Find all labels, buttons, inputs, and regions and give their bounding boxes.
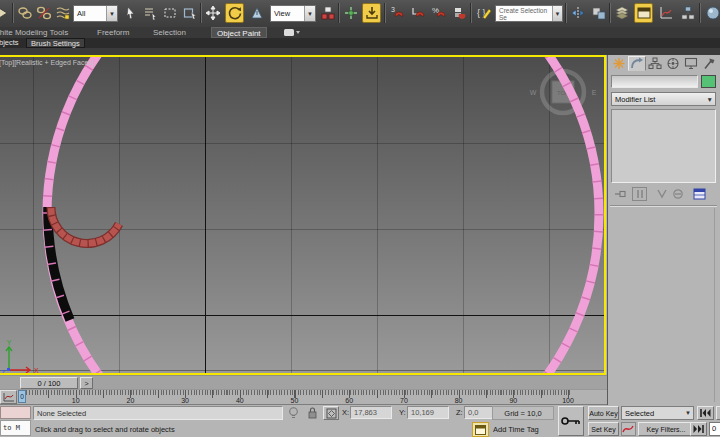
configure-modifier-sets-button[interactable] xyxy=(692,187,707,201)
tab-create[interactable] xyxy=(610,56,628,71)
go-to-end-button[interactable] xyxy=(690,422,707,436)
go-to-end-icon xyxy=(693,425,704,433)
tab-selection[interactable]: Selection xyxy=(153,27,186,38)
angle-snap-button[interactable] xyxy=(408,3,427,23)
use-pivot-point-center-button[interactable] xyxy=(318,3,337,23)
partial-arrow-icon xyxy=(0,5,11,21)
make-unique-icon xyxy=(656,188,668,200)
absolute-offset-mode-toggle[interactable] xyxy=(323,406,339,420)
toolbar-separator xyxy=(565,3,567,23)
schematic-view-button[interactable] xyxy=(678,3,697,23)
y-coordinate-field[interactable]: 10,169 xyxy=(407,406,449,419)
clipped-toolbar-icon[interactable] xyxy=(0,3,12,23)
trackbar-frame-marker[interactable]: 0 xyxy=(18,390,26,403)
keyboard-shortcut-override-button[interactable] xyxy=(362,3,381,23)
maxscript-listener-pane[interactable]: to M xyxy=(0,420,31,436)
chevron-down-icon: ▼ xyxy=(707,96,713,103)
tab-hierarchy[interactable] xyxy=(646,56,664,71)
scale-icon xyxy=(249,5,265,21)
make-unique-button[interactable] xyxy=(654,187,669,201)
trackbar-frame-label: 80 xyxy=(455,397,463,404)
viewport-top[interactable]: TOP W E Y X Z [+][Top][Rea xyxy=(0,55,606,375)
previous-frame-button[interactable] xyxy=(716,406,720,420)
align-button[interactable] xyxy=(589,3,608,23)
bind-to-space-warp-button[interactable] xyxy=(53,3,72,23)
set-key-button[interactable]: Set Key xyxy=(588,422,619,436)
tab-utilities[interactable] xyxy=(700,56,718,71)
tab-object-paint[interactable]: Object Paint xyxy=(211,27,267,38)
panel-paint-objects[interactable]: Paint Objects xyxy=(0,38,19,48)
ribbon-toggle-button[interactable] xyxy=(634,3,653,23)
dashed-rect-icon xyxy=(162,5,178,21)
material-editor-button[interactable] xyxy=(703,3,720,23)
time-tag-toggle-button[interactable] xyxy=(472,422,489,437)
reference-coordinate-system-dropdown[interactable]: View ▼ xyxy=(270,5,316,22)
rectangular-selection-region-button[interactable] xyxy=(160,3,179,23)
ribbon-config-icon[interactable] xyxy=(284,29,300,38)
unlink-selection-button[interactable] xyxy=(34,3,53,23)
grid-setting-display: Grid = 10,0 xyxy=(492,406,554,420)
tab-graphite-modeling-tools[interactable]: Graphite Modeling Tools xyxy=(0,27,68,38)
link-icon xyxy=(17,5,33,21)
object-color-swatch[interactable] xyxy=(701,75,716,88)
status-bar: to M None Selected X: 17,863 Y: 10,169 Z… xyxy=(0,405,720,437)
panel-scroll-edge xyxy=(714,208,715,402)
select-by-name-button[interactable] xyxy=(140,3,159,23)
select-and-link-button[interactable] xyxy=(15,3,34,23)
tangent-curve-icon xyxy=(621,422,636,436)
next-frame-button[interactable]: > xyxy=(80,377,93,389)
default-tangent-button[interactable] xyxy=(621,422,636,436)
toolbar-separator xyxy=(338,3,340,23)
viewcube-west-label: W xyxy=(530,89,537,96)
named-selection-set-dropdown[interactable]: Create Selection Se ▼ xyxy=(495,5,563,22)
macro-recorder-pane[interactable] xyxy=(0,406,31,419)
key-filter-set-dropdown[interactable]: Selected ▼ xyxy=(621,406,694,420)
tab-freeform[interactable]: Freeform xyxy=(97,27,129,38)
go-to-start-button[interactable] xyxy=(697,406,714,420)
spinner-snap-button[interactable] xyxy=(450,3,469,23)
window-crossing-button[interactable] xyxy=(180,3,199,23)
percent-snap-button[interactable]: % xyxy=(429,3,448,23)
trackbar-frame-label: 20 xyxy=(126,397,134,404)
isolate-selection-button[interactable] xyxy=(287,406,300,424)
mini-curve-editor-button[interactable] xyxy=(0,390,17,404)
lock-icon xyxy=(306,406,319,420)
x-coordinate-field[interactable]: 17,863 xyxy=(350,406,392,419)
tab-display[interactable] xyxy=(682,56,700,71)
panel-brush-settings[interactable]: Brush Settings xyxy=(26,38,85,48)
modifier-stack-list[interactable] xyxy=(611,109,716,183)
pin-stack-icon xyxy=(614,188,626,200)
select-and-scale-button[interactable] xyxy=(247,3,266,23)
add-time-tag-label[interactable]: Add Time Tag xyxy=(493,423,563,436)
auto-key-button[interactable]: Auto Key xyxy=(588,406,619,420)
chevron-down-icon: ▼ xyxy=(552,6,562,21)
time-slider-handle[interactable]: 0 / 100 xyxy=(20,377,78,389)
selection-lock-toggle[interactable] xyxy=(306,406,319,424)
curve-editor-button[interactable] xyxy=(656,3,675,23)
object-name-field[interactable] xyxy=(611,75,698,88)
modifier-list-dropdown[interactable]: Modifier List ▼ xyxy=(611,92,716,106)
show-end-result-button[interactable] xyxy=(632,187,647,201)
select-and-move-button[interactable] xyxy=(203,3,222,23)
selection-filter-dropdown[interactable]: All ▼ xyxy=(73,5,118,22)
pin-stack-button[interactable] xyxy=(612,187,627,201)
mirror-button[interactable] xyxy=(568,3,587,23)
snap-toggle-3d-button[interactable]: 3 xyxy=(387,3,406,23)
key-filters-button[interactable]: Key Filters... xyxy=(638,422,694,436)
track-bar[interactable]: 0 102030405060708090100 xyxy=(0,389,607,405)
edit-named-selection-sets-button[interactable]: { } xyxy=(474,3,493,23)
tab-modify[interactable] xyxy=(628,56,646,71)
layer-manager-button[interactable] xyxy=(612,3,631,23)
select-and-rotate-button[interactable] xyxy=(225,3,244,23)
selection-status-field[interactable]: None Selected xyxy=(33,406,283,420)
pivot-center-icon xyxy=(320,5,336,21)
viewport-label[interactable]: [+][Top][Realistic + Edged Faces] xyxy=(0,59,94,66)
select-object-button[interactable] xyxy=(120,3,139,23)
time-slider-track[interactable]: 0 / 100 > xyxy=(0,375,607,389)
trackbar-frame-label: 30 xyxy=(181,397,189,404)
current-frame-field[interactable]: 0 xyxy=(709,422,720,436)
remove-modifier-button[interactable] xyxy=(670,187,685,201)
select-and-manipulate-button[interactable] xyxy=(341,3,360,23)
tab-motion[interactable] xyxy=(664,56,682,71)
pink-circle-spline[interactable] xyxy=(47,57,599,373)
